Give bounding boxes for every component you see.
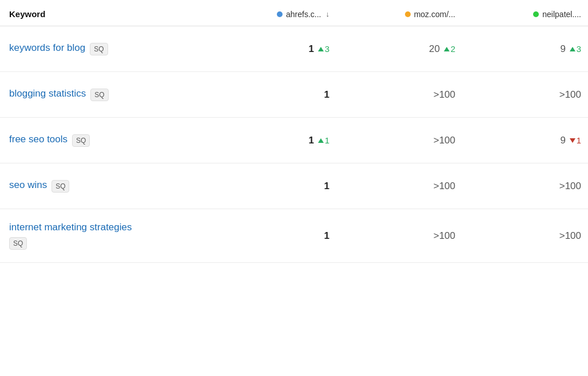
rank-cell-col1: 1 3 [227, 43, 341, 55]
keyword-link[interactable]: free seo tools [9, 134, 67, 145]
change-value: 2 [451, 44, 455, 54]
sq-badge[interactable]: SQ [90, 43, 108, 55]
neilpatel-dot [533, 11, 539, 17]
moz-dot [405, 11, 411, 17]
neilpatel-domain-label: neilpatel.... [542, 10, 581, 19]
table-header: Keyword ahrefs.c... ↓ moz.com/... neilpa… [0, 0, 588, 26]
ahrefs-column-header: ahrefs.c... ↓ [227, 10, 341, 19]
rank-cell-col1: 1 [227, 181, 341, 192]
rank-cell-col1: 1 [227, 230, 341, 242]
sq-badge[interactable]: SQ [51, 180, 69, 193]
rank-value: >100 [434, 89, 455, 100]
moz-domain-label: moz.com/... [414, 10, 455, 19]
ahrefs-dot [277, 11, 283, 17]
up-arrow-icon [444, 47, 450, 51]
rank-cell-col3: >100 [467, 89, 588, 101]
sq-badge[interactable]: SQ [9, 237, 27, 250]
rank-cell-col3: >100 [467, 230, 588, 242]
rank-value: 1 [324, 89, 329, 100]
up-arrow-icon [318, 138, 324, 143]
rank-value: >100 [559, 89, 581, 100]
rank-value: >100 [434, 181, 455, 191]
rank-tracker-table: Keyword ahrefs.c... ↓ moz.com/... neilpa… [0, 0, 588, 263]
sq-badge[interactable]: SQ [72, 134, 90, 147]
up-arrow-icon [570, 47, 575, 51]
rank-value: >100 [434, 135, 455, 146]
change-value: 3 [325, 44, 329, 54]
change-value: 1 [577, 135, 581, 145]
sq-badge[interactable]: SQ [90, 89, 108, 101]
keyword-link[interactable]: seo wins [9, 179, 47, 191]
keyword-cell: keywords for blog SQ [9, 42, 227, 55]
keyword-column-header: Keyword [9, 9, 227, 19]
rank-cell-col3: >100 [467, 181, 588, 192]
rank-value: 1 [324, 230, 329, 241]
rank-cell-col2: >100 [341, 181, 467, 192]
up-arrow-icon [318, 47, 324, 51]
rank-cell-col2: >100 [341, 89, 467, 101]
rank-value: >100 [559, 230, 581, 241]
keyword-cell: internet marketing strategies SQ [9, 222, 227, 250]
rank-value: >100 [434, 230, 455, 241]
rank-cell-col3: 9 3 [467, 43, 588, 55]
change-value: 3 [577, 44, 581, 54]
table-body: keywords for blog SQ 1 3 20 2 9 3 bloggi… [0, 26, 588, 263]
rank-cell-col2: 20 2 [341, 43, 467, 55]
table-row: seo wins SQ 1 >100 >100 [0, 163, 588, 209]
rank-value: 1 [324, 181, 329, 191]
neilpatel-column-header: neilpatel.... [467, 10, 588, 19]
keyword-cell: blogging statistics SQ [9, 88, 227, 101]
table-row: free seo tools SQ 1 1 >100 9 1 [0, 118, 588, 163]
rank-value: 1 [308, 43, 313, 54]
keyword-link[interactable]: blogging statistics [9, 88, 86, 99]
keyword-meta: SQ [9, 237, 27, 250]
table-row: blogging statistics SQ 1 >100 >100 [0, 72, 588, 118]
rank-cell-col1: 1 [227, 89, 341, 101]
rank-value: 1 [308, 135, 313, 146]
keyword-cell: seo wins SQ [9, 179, 227, 193]
table-row: internet marketing strategies SQ 1 >100 … [0, 209, 588, 263]
change-value: 1 [325, 135, 329, 145]
keyword-link[interactable]: keywords for blog [9, 42, 85, 54]
ahrefs-domain-label: ahrefs.c... [286, 10, 321, 19]
keyword-link[interactable]: internet marketing strategies [9, 222, 132, 233]
rank-value: 20 [429, 43, 440, 54]
rank-cell-col3: 9 1 [467, 135, 588, 146]
rank-value: 9 [560, 43, 565, 54]
rank-value: 9 [560, 135, 565, 146]
rank-cell-col2: >100 [341, 135, 467, 146]
rank-value: >100 [559, 181, 581, 191]
rank-cell-col2: >100 [341, 230, 467, 242]
rank-cell-col1: 1 1 [227, 135, 341, 146]
down-arrow-icon [570, 138, 575, 143]
sort-arrow-icon[interactable]: ↓ [326, 10, 330, 18]
table-row: keywords for blog SQ 1 3 20 2 9 3 [0, 26, 588, 72]
keyword-cell: free seo tools SQ [9, 134, 227, 147]
moz-column-header: moz.com/... [341, 10, 467, 19]
